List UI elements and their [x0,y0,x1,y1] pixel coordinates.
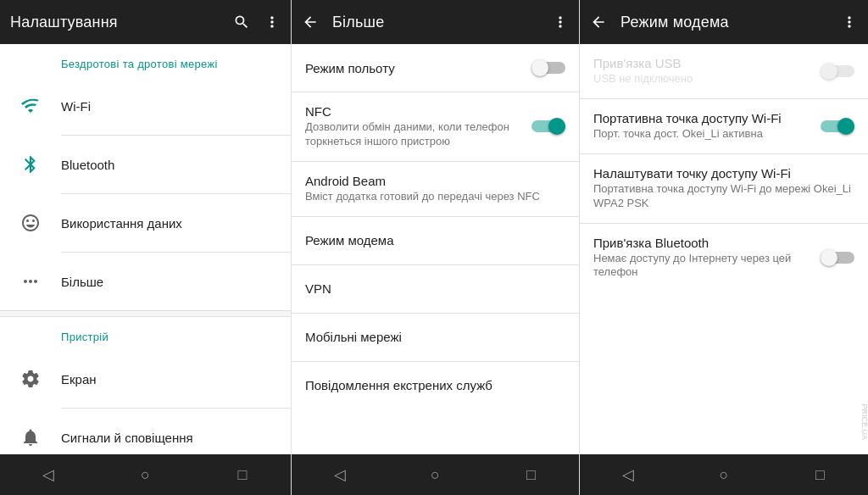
airplane-title: Режим польоту [305,61,531,75]
bt-tethering-subtitle: Немає доступу до Інтернету через цей тел… [593,252,821,281]
sound-title: Сигнали й сповіщення [61,431,277,445]
search-icon[interactable] [233,14,250,31]
vpn-item[interactable]: VPN [292,265,579,313]
mobile-networks-title: Мобільні мережі [305,330,565,344]
display-title: Екран [61,372,277,387]
wifi-hotspot-subtitle: Порт. точка дост. Okei_Li активна [593,127,821,142]
android-beam-subtitle: Вміст додатка готовий до передачі через … [305,190,565,204]
bt-tethering-title: Прив'язка Bluetooth [593,236,821,250]
nfc-content: NFC Дозволити обмін даними, коли телефон… [305,104,531,149]
wifi-hotspot-item[interactable]: Портативна точка доступу Wi-Fi Порт. точ… [580,99,868,153]
display-icon [14,362,47,396]
left-panel: Налаштування Бездротові та дротові мереж… [0,0,292,495]
tethering-title: Режим модема [305,233,565,248]
middle-toolbar-title: Більше [332,14,538,31]
nfc-subtitle: Дозволити обмін даними, коли телефон тор… [305,120,531,149]
configure-wifi-title: Налаштувати точку доступу Wi-Fi [593,166,854,181]
data-usage-icon [14,206,47,240]
data-usage-item[interactable]: Використання даних [0,194,291,252]
right-back-btn[interactable]: ◁ [603,454,654,495]
data-usage-title: Використання даних [61,216,277,231]
wifi-hotspot-title: Портативна точка доступу Wi-Fi [593,111,821,125]
airplane-content: Режим польоту [305,61,531,75]
bt-tethering-item[interactable]: Прив'язка Bluetooth Немає доступу до Інт… [580,224,868,292]
middle-home-btn[interactable]: ○ [410,454,461,495]
configure-wifi-subtitle: Портативна точка доступу Wi-Fi до мережі… [593,182,854,211]
android-beam-title: Android Beam [305,174,565,188]
nfc-title: NFC [305,104,531,119]
more-icon [14,264,47,298]
section-divider [0,310,291,317]
left-menu-icon[interactable] [264,14,281,31]
bluetooth-content: Bluetooth [61,158,277,172]
wifi-content: Wi-Fi [61,99,277,114]
left-home-btn[interactable]: ○ [120,454,170,495]
usb-tethering-thumb [821,63,837,80]
right-back-icon[interactable] [590,14,607,31]
device-section-header: Пристрій [0,317,291,350]
configure-wifi-content: Налаштувати точку доступу Wi-Fi Портатив… [593,166,854,211]
wifi-icon [14,89,47,123]
middle-toolbar: Більше [292,0,579,44]
bt-tethering-thumb [821,249,837,266]
right-content: Прив'язка USB USB не підключено Портатив… [580,44,868,454]
right-recent-btn[interactable]: □ [794,454,845,495]
bluetooth-title: Bluetooth [61,158,277,172]
wifi-hotspot-toggle[interactable] [821,117,854,136]
bluetooth-item[interactable]: Bluetooth [0,136,291,193]
nfc-toggle[interactable] [531,117,565,136]
left-recent-btn[interactable]: □ [217,454,268,495]
vpn-title: VPN [305,281,565,296]
middle-content: Режим польоту NFC Дозволити обмін даними… [292,44,579,454]
usb-tethering-item[interactable]: Прив'язка USB USB не підключено [580,44,868,98]
usb-tethering-content: Прив'язка USB USB не підключено [593,56,821,86]
right-home-btn[interactable]: ○ [698,454,749,495]
middle-panel: Більше Режим польоту NFC Дозволити обмін… [292,0,580,495]
more-title: Більше [61,275,277,289]
android-beam-item[interactable]: Android Beam Вміст додатка готовий до пе… [292,162,579,216]
android-beam-content: Android Beam Вміст додатка готовий до пе… [305,174,565,204]
wifi-hotspot-content: Портативна точка доступу Wi-Fi Порт. точ… [593,111,821,142]
wifi-hotspot-thumb [837,118,854,135]
middle-menu-icon[interactable] [552,14,569,31]
left-bottom-nav: ◁ ○ □ [0,454,291,495]
sound-item[interactable]: Сигнали й сповіщення [0,409,291,454]
right-toolbar-title: Режим модема [620,14,827,31]
sound-icon [14,420,47,454]
usb-tethering-toggle[interactable] [821,62,854,81]
right-toolbar: Режим модема [580,0,868,44]
bt-tethering-content: Прив'язка Bluetooth Немає доступу до Інт… [593,236,821,281]
sound-content: Сигнали й сповіщення [61,431,277,445]
left-toolbar: Налаштування [0,0,291,44]
middle-back-icon[interactable] [302,14,319,31]
airplane-toggle-thumb [531,59,548,76]
wifi-item[interactable]: Wi-Fi [0,77,291,135]
more-item[interactable]: Більше [0,253,291,310]
emergency-item[interactable]: Повідомлення екстрених служб [292,362,579,409]
middle-bottom-nav: ◁ ○ □ [292,454,579,495]
left-toolbar-title: Налаштування [10,14,220,31]
tethering-item[interactable]: Режим модема [292,217,579,264]
right-menu-icon[interactable] [841,14,858,31]
vpn-content: VPN [305,281,565,296]
more-content: Більше [61,275,277,289]
emergency-title: Повідомлення екстрених служб [305,378,565,392]
nfc-item[interactable]: NFC Дозволити обмін даними, коли телефон… [292,92,579,161]
middle-recent-btn[interactable]: □ [506,454,557,495]
tethering-content: Режим модема [305,233,565,248]
display-item[interactable]: Екран [0,350,291,408]
nfc-toggle-thumb [548,118,565,135]
configure-wifi-item[interactable]: Налаштувати точку доступу Wi-Fi Портатив… [580,154,868,223]
usb-tethering-subtitle: USB не підключено [593,72,821,86]
bt-tethering-toggle[interactable] [821,248,854,267]
middle-back-btn[interactable]: ◁ [314,454,365,495]
wireless-section-header: Бездротові та дротові мережі [0,44,291,77]
usb-tethering-title: Прив'язка USB [593,56,821,70]
airplane-toggle[interactable] [531,58,565,77]
left-content: Бездротові та дротові мережі Wi-Fi Bluet… [0,44,291,454]
left-back-btn[interactable]: ◁ [23,454,74,495]
airplane-item[interactable]: Режим польоту [292,44,579,92]
right-panel: Режим модема Прив'язка USB USB не підклю… [580,0,868,495]
mobile-networks-item[interactable]: Мобільні мережі [292,314,579,361]
display-content: Екран [61,372,277,387]
